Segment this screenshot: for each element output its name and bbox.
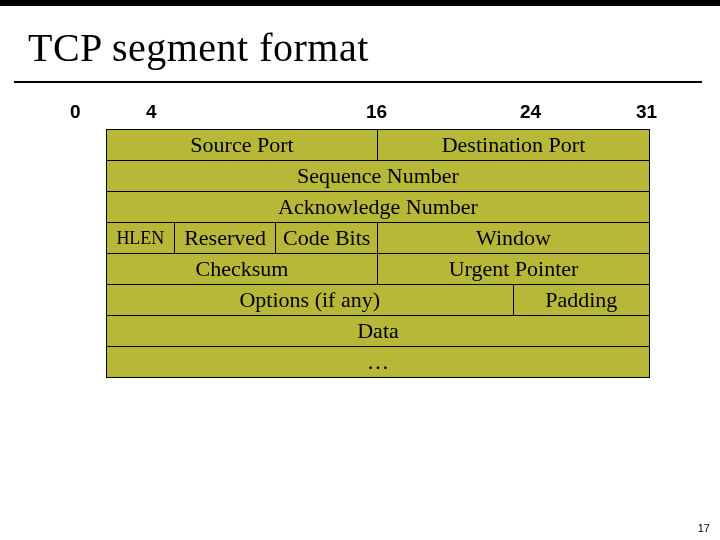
table-row: Sequence Number xyxy=(107,161,649,192)
table-row: Source Port Destination Port xyxy=(107,130,649,161)
diagram-area: 0 4 16 24 31 Source Port Destination Por… xyxy=(36,101,684,378)
field-sequence-number: Sequence Number xyxy=(107,161,649,191)
field-code-bits: Code Bits xyxy=(276,223,378,253)
field-reserved: Reserved xyxy=(175,223,277,253)
field-urgent-pointer: Urgent Pointer xyxy=(378,254,649,284)
field-options: Options (if any) xyxy=(107,285,514,315)
bit-label-16: 16 xyxy=(366,101,520,123)
field-checksum: Checksum xyxy=(107,254,378,284)
page-number: 17 xyxy=(698,522,710,534)
bit-label-0: 0 xyxy=(70,101,146,123)
table-row: HLEN Reserved Code Bits Window xyxy=(107,223,649,254)
field-window: Window xyxy=(378,223,649,253)
table-row: Options (if any) Padding xyxy=(107,285,649,316)
table-row: Acknowledge Number xyxy=(107,192,649,223)
field-padding: Padding xyxy=(514,285,650,315)
field-ellipsis: … xyxy=(107,347,649,377)
bit-label-31: 31 xyxy=(636,101,657,123)
slide: TCP segment format 0 4 16 24 31 Source P… xyxy=(0,0,720,540)
field-acknowledge-number: Acknowledge Number xyxy=(107,192,649,222)
field-data: Data xyxy=(107,316,649,346)
table-row: Checksum Urgent Pointer xyxy=(107,254,649,285)
title-underline xyxy=(14,81,702,83)
tcp-segment-table: Source Port Destination Port Sequence Nu… xyxy=(106,129,650,378)
bit-label-24: 24 xyxy=(520,101,636,123)
slide-title: TCP segment format xyxy=(0,6,720,79)
field-destination-port: Destination Port xyxy=(378,130,649,160)
table-row: Data xyxy=(107,316,649,347)
field-hlen: HLEN xyxy=(107,223,175,253)
bit-scale-row: 0 4 16 24 31 xyxy=(70,101,680,129)
table-row: … xyxy=(107,347,649,377)
bit-label-4: 4 xyxy=(146,101,366,123)
field-source-port: Source Port xyxy=(107,130,378,160)
